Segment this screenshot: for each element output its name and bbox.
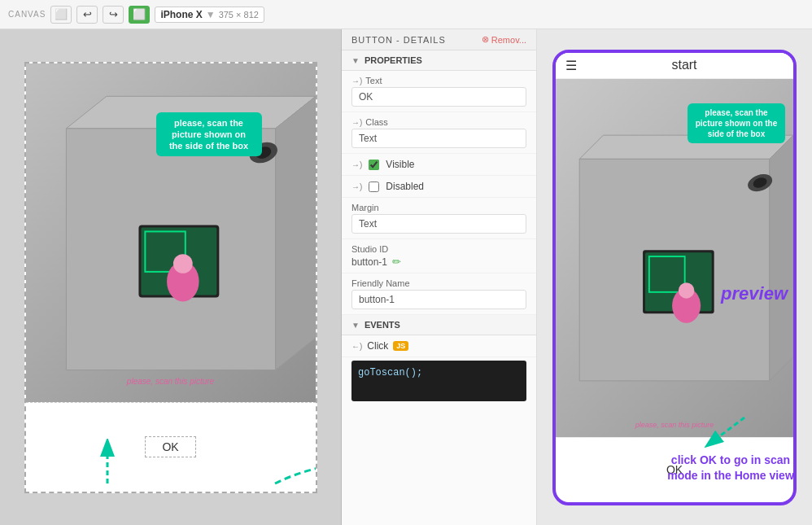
remove-button[interactable]: ⊗ Remov... [482, 34, 526, 45]
canvas-bottom-annotation: please, scan this picture [127, 377, 214, 386]
text-property-row: →) Text [342, 71, 536, 112]
visible-label: Visible [386, 159, 414, 170]
paste-button[interactable]: ⬜ [50, 6, 72, 24]
instruction-callout: click OK to go in scan mode in the Home … [657, 453, 804, 484]
code-editor[interactable]: goToscan(); [351, 361, 526, 401]
preview-annotation: please, scan the picture shown on the si… [688, 103, 785, 143]
studio-id-row: Studio ID button-1 ✏ [342, 239, 536, 273]
canvas-ok-button[interactable]: OK [145, 436, 195, 457]
click-event-row: ←) Click JS [342, 335, 536, 357]
text-input[interactable] [351, 87, 526, 107]
canvas-to-preview-arrow [259, 435, 317, 493]
device-selector[interactable]: iPhone X ▼ 375 × 812 [155, 7, 264, 23]
undo-button[interactable]: ↩ [76, 6, 98, 24]
visible-checkbox[interactable] [369, 160, 379, 170]
js-badge: JS [393, 341, 408, 351]
redo-button[interactable]: ↪ [103, 6, 124, 24]
visible-arrow-icon: →) [351, 160, 362, 169]
canvas-device-frame: please, scan the picture shown on the si… [24, 62, 317, 493]
svg-marker-2 [275, 96, 315, 370]
friendly-name-label: Friendly Name [351, 278, 526, 288]
click-arrow-icon: ←) [351, 342, 362, 351]
events-section-header[interactable]: ▼ EVENTS [342, 315, 536, 335]
class-arrow-icon: →) [351, 118, 362, 127]
studio-id-value: button-1 ✏ [351, 256, 526, 268]
click-label: Click [367, 340, 388, 352]
svg-point-9 [172, 254, 192, 273]
visible-row: →) Visible [342, 154, 536, 176]
canvas-label: CANVAS [8, 10, 46, 19]
preview-title: start [585, 58, 784, 72]
canvas-arrow-up [75, 439, 140, 488]
toolbar: CANVAS ⬜ ↩ ↪ ⬜ iPhone X ▼ 375 × 812 [0, 0, 812, 29]
disabled-arrow-icon: →) [351, 182, 362, 191]
canvas-panel: please, scan the picture shown on the si… [0, 29, 342, 525]
details-panel: BUTTON - DETAILS ⊗ Remov... ▼ PROPERTIES… [342, 29, 537, 525]
device-name: iPhone X [160, 9, 202, 20]
canvas-3d-box: please, scan the picture shown on the si… [26, 63, 316, 403]
device-size: 375 × 812 [219, 10, 259, 20]
margin-input[interactable] [351, 214, 526, 234]
class-property-row: →) Class [342, 112, 536, 154]
friendly-name-row: Friendly Name [342, 273, 536, 315]
preview-callout: preview [721, 282, 788, 307]
studio-id-label: Studio ID [351, 244, 526, 254]
disabled-checkbox[interactable] [369, 182, 379, 192]
properties-section-header[interactable]: ▼ PROPERTIES [342, 50, 536, 71]
main-content: please, scan the picture shown on the si… [0, 29, 812, 525]
svg-line-24 [712, 418, 744, 442]
margin-property-row: Margin [342, 198, 536, 239]
friendly-name-input[interactable] [351, 290, 526, 309]
disabled-row: →) Disabled [342, 176, 536, 198]
details-title: BUTTON - DETAILS [351, 35, 446, 45]
hamburger-icon[interactable]: ☰ [565, 58, 577, 73]
events-label: EVENTS [365, 320, 400, 330]
edit-pencil-icon[interactable]: ✏ [392, 256, 401, 268]
code-content: goToscan(); [358, 367, 422, 378]
events-arrow: ▼ [351, 321, 360, 330]
copy-frame-button[interactable]: ⬜ [129, 6, 150, 24]
svg-point-22 [679, 282, 694, 298]
preview-3d-area: please, scan the picture shown on the si… [556, 79, 793, 437]
preview-status-bar: ☰ start [556, 53, 793, 79]
preview-device: ☰ start [552, 50, 797, 505]
margin-property-label: Margin [351, 203, 526, 212]
text-property-label: →) Text [351, 76, 526, 85]
disabled-label: Disabled [386, 181, 424, 192]
svg-marker-15 [770, 135, 793, 381]
class-input[interactable] [351, 129, 526, 148]
preview-ok-arrow [696, 413, 761, 454]
properties-arrow: ▼ [351, 56, 360, 65]
class-property-label: →) Class [351, 117, 526, 127]
text-arrow-icon: →) [351, 77, 362, 85]
preview-panel: ☰ start [537, 29, 812, 525]
details-header: BUTTON - DETAILS ⊗ Remov... [342, 29, 536, 50]
properties-label: PROPERTIES [365, 55, 422, 65]
canvas-annotation: please, scan the picture shown on the si… [156, 112, 262, 157]
canvas-ok-area: OK [26, 402, 316, 491]
